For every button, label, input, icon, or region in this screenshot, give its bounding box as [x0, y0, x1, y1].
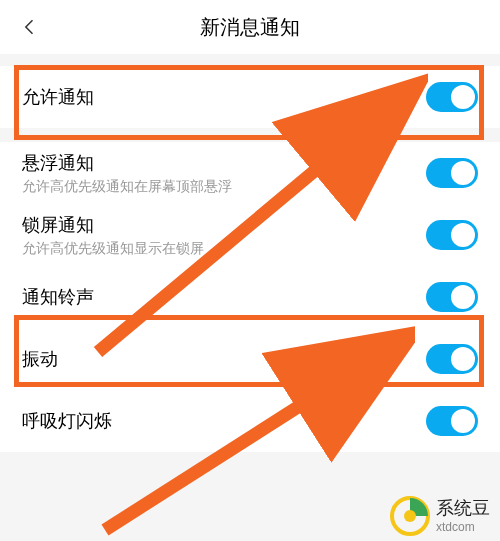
page-title: 新消息通知	[200, 14, 300, 41]
row-sublabel: 允许高优先级通知在屏幕顶部悬浮	[22, 178, 232, 196]
group-main: 悬浮通知 允许高优先级通知在屏幕顶部悬浮 锁屏通知 允许高优先级通知显示在锁屏 …	[0, 142, 500, 452]
settings-list: 允许通知 悬浮通知 允许高优先级通知在屏幕顶部悬浮 锁屏通知 允许高优先级通知显…	[0, 54, 500, 452]
toggle-lock[interactable]	[426, 220, 478, 250]
row-label: 振动	[22, 347, 58, 371]
toggle-led[interactable]	[426, 406, 478, 436]
row-label: 呼吸灯闪烁	[22, 409, 112, 433]
watermark-name: 系统豆	[436, 498, 490, 520]
row-label: 允许通知	[22, 85, 94, 109]
chevron-left-icon	[20, 17, 40, 37]
row-led[interactable]: 呼吸灯闪烁	[0, 390, 500, 452]
watermark-icon	[390, 496, 430, 536]
row-float-notifications[interactable]: 悬浮通知 允许高优先级通知在屏幕顶部悬浮	[0, 142, 500, 204]
row-label: 锁屏通知	[22, 213, 204, 237]
row-sublabel: 允许高优先级通知显示在锁屏	[22, 240, 204, 258]
row-label: 通知铃声	[22, 285, 94, 309]
row-label: 悬浮通知	[22, 151, 232, 175]
back-button[interactable]	[20, 17, 40, 37]
row-allow-notifications[interactable]: 允许通知	[0, 66, 500, 128]
row-sound[interactable]: 通知铃声	[0, 266, 500, 328]
group-allow: 允许通知	[0, 66, 500, 128]
toggle-allow[interactable]	[426, 82, 478, 112]
watermark: 系统豆 xtdcom	[390, 496, 490, 536]
watermark-url: xtdcom	[436, 520, 490, 534]
header-bar: 新消息通知	[0, 0, 500, 54]
toggle-sound[interactable]	[426, 282, 478, 312]
toggle-vibrate[interactable]	[426, 344, 478, 374]
row-lock-notifications[interactable]: 锁屏通知 允许高优先级通知显示在锁屏	[0, 204, 500, 266]
svg-point-5	[404, 510, 416, 522]
row-vibrate[interactable]: 振动	[0, 328, 500, 390]
toggle-float[interactable]	[426, 158, 478, 188]
